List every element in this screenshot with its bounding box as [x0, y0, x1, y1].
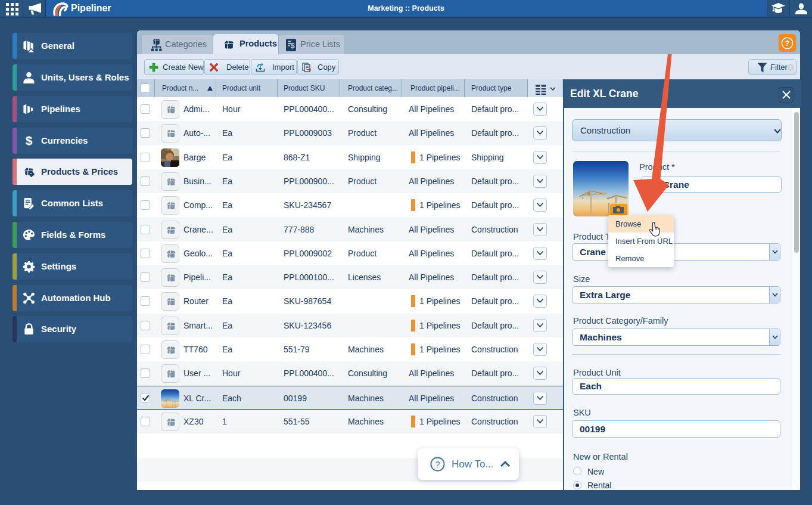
svg-text:$: $ [26, 135, 33, 147]
svg-text:?: ? [785, 39, 789, 48]
svg-text:?: ? [435, 460, 440, 469]
svg-text:$: $ [290, 41, 295, 50]
